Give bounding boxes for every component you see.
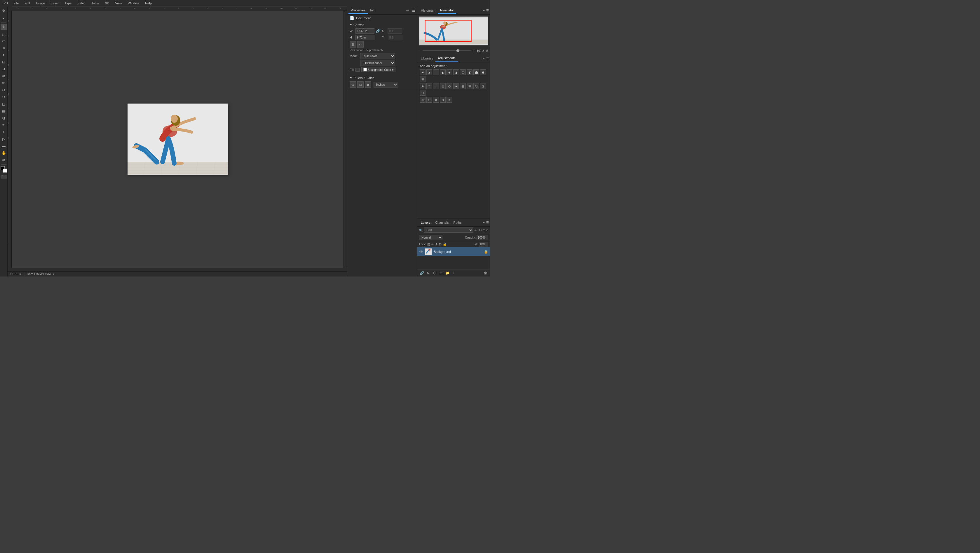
scrollbar-horizontal[interactable] [8, 268, 347, 271]
canvas-y-input[interactable] [388, 35, 402, 40]
foreground-color-swatch[interactable] [1, 166, 7, 173]
tool-type[interactable]: T [1, 129, 7, 135]
menu-3d[interactable]: 3D [104, 1, 110, 6]
ruler-type-3-btn[interactable]: ⊠ [365, 81, 371, 88]
layers-delete-btn[interactable]: 🗑 [483, 270, 488, 276]
filter-icon-2[interactable]: ↺ [477, 229, 480, 232]
adj-gradient-fill-btn[interactable]: ▦ [460, 83, 466, 89]
lock-artboard-btn[interactable]: ⊡ [439, 242, 442, 246]
zoom-slider-thumb[interactable] [457, 49, 459, 52]
menu-type[interactable]: Type [64, 1, 73, 6]
adj-collapse-btn[interactable]: ⇤ [483, 57, 485, 60]
canvas-x-input[interactable] [388, 28, 402, 33]
adj-brightness-btn[interactable]: ☀ [420, 70, 425, 75]
blend-mode-select[interactable]: Normal Multiply Screen [419, 235, 442, 240]
lock-position-btn[interactable]: ✛ [435, 242, 438, 246]
menu-filter[interactable]: Filter [91, 1, 100, 6]
ruler-type-2-btn[interactable]: ⊟ [357, 81, 364, 88]
properties-expand-btn[interactable]: ⇤ [406, 8, 410, 13]
tab-libraries[interactable]: Libraries [418, 56, 436, 61]
menu-ps[interactable]: PS [2, 1, 9, 6]
adj-levels-btn[interactable]: ▲ [426, 70, 432, 75]
fill-checkbox[interactable] [355, 68, 360, 72]
menu-window[interactable]: Window [127, 1, 140, 6]
portrait-btn[interactable]: ▯ [350, 41, 356, 48]
layers-kind-select[interactable]: Kind [424, 227, 473, 233]
adj-flatten-btn[interactable]: ⊖ [426, 97, 432, 103]
tab-channels[interactable]: Channels [433, 219, 451, 226]
layers-fx-btn[interactable]: fx [425, 270, 431, 276]
canvas-scroll[interactable] [12, 11, 344, 268]
canvas-section-header[interactable]: ▼ Canvas [350, 23, 415, 27]
bits-select[interactable]: 8 Bits/Channel 16 Bits/Channel 32 Bits/C… [360, 60, 395, 66]
status-arrow[interactable]: › [53, 272, 54, 276]
layers-menu-btn[interactable]: ☰ [486, 221, 489, 224]
tool-hand[interactable]: ✋ [1, 149, 7, 156]
lock-transparent-btn[interactable]: ▨ [427, 242, 430, 246]
tool-shape[interactable]: ▬ [1, 143, 7, 149]
adj-pattern-btn[interactable]: ⊞ [467, 83, 473, 89]
adj-threshold-btn[interactable]: ⟂ [433, 83, 439, 89]
tool-gradient[interactable]: ▦ [1, 108, 7, 114]
layers-adj-btn[interactable]: ⊕ [438, 270, 444, 276]
nav-collapse-btn[interactable]: ⇤ [483, 9, 485, 12]
tool-crop[interactable]: ⊡ [1, 59, 7, 65]
nav-menu-btn[interactable]: ☰ [486, 9, 489, 12]
lock-all-btn[interactable]: 🔒 [443, 242, 447, 246]
tool-marquee[interactable]: ▭ [1, 38, 7, 44]
tool-dodge[interactable]: ◑ [1, 114, 7, 121]
tool-lasso[interactable]: ⌀ [1, 44, 7, 51]
adj-r3-4[interactable]: ⊙ [440, 97, 445, 103]
menu-layer[interactable]: Layer [49, 1, 60, 6]
tool-eyedropper[interactable]: ⊿ [1, 66, 7, 72]
layers-add-btn[interactable]: + [451, 270, 457, 276]
tab-layers[interactable]: Layers [418, 219, 433, 226]
layers-collapse-btn[interactable]: ⇤ [483, 221, 485, 224]
ruler-type-1-btn[interactable]: ⊞ [350, 81, 356, 88]
tool-clone-stamp[interactable]: ⊙ [1, 87, 7, 93]
adj-clip-btn[interactable]: ◷ [480, 83, 486, 89]
adj-channel-mixer-btn[interactable]: ⬢ [480, 70, 486, 75]
tool-brush[interactable]: ✏ [1, 79, 7, 86]
tool-extra-1[interactable]: ⬛ [1, 175, 7, 178]
adj-curves-btn[interactable]: ⌒ [433, 70, 439, 75]
menu-edit[interactable]: Edit [23, 1, 31, 6]
menu-image[interactable]: Image [35, 1, 46, 6]
layers-link-btn[interactable]: 🔗 [419, 270, 424, 276]
tool-healing[interactable]: ⊕ [1, 73, 7, 79]
ruler-unit-select[interactable]: Inches Pixels Centimeters Millimeters Po… [374, 82, 398, 87]
mode-select[interactable]: RGB Color CMYK Grayscale [360, 53, 395, 59]
adj-r3-5[interactable]: ⊚ [447, 97, 452, 103]
tool-history-brush[interactable]: ↺ [1, 94, 7, 100]
tool-pen[interactable]: ✒ [1, 122, 7, 128]
adj-r3-3[interactable]: ⊗ [433, 97, 439, 103]
tool-ps-icon[interactable]: ✥ [1, 8, 7, 14]
tool-eraser[interactable]: ◻ [1, 101, 7, 107]
tab-navigator[interactable]: Navigator [438, 7, 456, 14]
tab-properties[interactable]: Properties [348, 7, 368, 14]
layer-row-background[interactable]: 👁 Background 🔒 [417, 247, 490, 256]
adj-merge-btn[interactable]: ⊕ [420, 97, 425, 103]
scrollbar-vertical[interactable] [344, 11, 347, 268]
opacity-input[interactable] [477, 235, 488, 240]
menu-help[interactable]: Help [144, 1, 153, 6]
tab-paths[interactable]: Paths [451, 219, 464, 226]
adj-menu-btn[interactable]: ☰ [486, 57, 489, 60]
adj-black-white-btn[interactable]: ◧ [467, 70, 473, 75]
adj-exposure-btn[interactable]: ◐ [440, 70, 445, 75]
tool-magic-wand[interactable]: ✦ [1, 52, 7, 58]
tab-histogram[interactable]: Histogram [418, 8, 438, 13]
filter-icon-5[interactable]: ⊙ [486, 229, 488, 232]
link-icon[interactable]: 🔗 [375, 29, 380, 33]
lock-image-btn[interactable]: ✏ [431, 242, 434, 246]
tool-path-select[interactable]: ▷ [1, 136, 7, 142]
tool-arrow-icon[interactable]: ▸ [1, 14, 7, 21]
layers-folder-btn[interactable]: 📁 [445, 270, 450, 276]
canvas-width-input[interactable] [355, 28, 374, 33]
adj-invert-btn[interactable]: ⊘ [420, 83, 425, 89]
adj-gradient-map-btn[interactable]: ▤ [440, 83, 445, 89]
layer-visibility-btn[interactable]: 👁 [419, 249, 423, 254]
adj-selective-color-btn[interactable]: ◇ [447, 83, 452, 89]
properties-menu-btn[interactable]: ☰ [411, 8, 416, 13]
layers-mask-btn[interactable]: ⬡ [432, 270, 437, 276]
